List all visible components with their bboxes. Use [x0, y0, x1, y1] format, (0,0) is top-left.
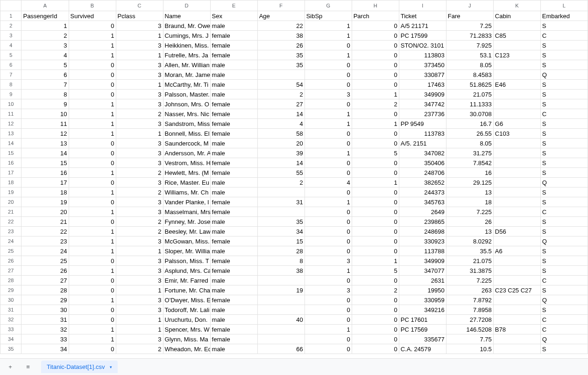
cell[interactable]: 3 [116, 148, 163, 158]
cell[interactable]: 31 [257, 197, 305, 207]
cell[interactable]: 0 [305, 158, 352, 168]
cell[interactable]: 3 [116, 197, 163, 207]
cell[interactable]: 35 [257, 50, 305, 60]
cell[interactable]: A6 [493, 246, 540, 256]
cell[interactable]: 2 [116, 188, 163, 197]
cell[interactable]: female [210, 109, 257, 119]
cell[interactable]: S [540, 246, 588, 256]
cell[interactable]: 27 [257, 99, 305, 109]
cell[interactable]: 248698 [399, 227, 446, 236]
cell[interactable]: 347077 [399, 266, 446, 276]
cell[interactable]: 0 [352, 276, 399, 285]
row-header[interactable]: 9 [0, 90, 21, 99]
cell[interactable]: A/5. 2151 [399, 139, 446, 148]
cell[interactable]: 53.1 [446, 50, 493, 60]
cell[interactable]: Q [540, 334, 588, 344]
cell[interactable]: 0 [305, 70, 352, 80]
cell[interactable]: 58 [257, 129, 305, 139]
cell[interactable]: 1 [69, 246, 116, 256]
cell[interactable]: Fare [446, 11, 493, 21]
cell[interactable]: 8.4583 [446, 70, 493, 80]
cell[interactable]: 0 [352, 305, 399, 315]
cell[interactable]: 0 [305, 168, 352, 178]
row-header[interactable]: 5 [0, 50, 21, 60]
cell[interactable]: 2 [116, 227, 163, 236]
cell[interactable] [493, 276, 540, 285]
cell[interactable]: 40 [257, 315, 305, 325]
cell[interactable]: 0 [69, 217, 116, 227]
cell[interactable]: S [540, 60, 588, 70]
row-header[interactable]: 20 [0, 197, 21, 207]
cell[interactable]: 0 [352, 80, 399, 90]
cell[interactable]: Age [257, 11, 305, 21]
cell[interactable]: 0 [305, 129, 352, 139]
cell[interactable]: 7.8542 [446, 158, 493, 168]
cell[interactable]: 26 [21, 266, 69, 276]
cell[interactable]: 0 [352, 109, 399, 119]
cell[interactable]: female [210, 119, 257, 129]
cell[interactable]: Parch [352, 11, 399, 21]
cell[interactable]: S [540, 227, 588, 236]
cell[interactable]: 15 [257, 236, 305, 246]
cell[interactable]: C.A. 24579 [399, 344, 446, 354]
cell[interactable] [493, 70, 540, 80]
column-header-G[interactable]: G [305, 0, 352, 11]
row-header[interactable]: 31 [0, 305, 21, 315]
cell[interactable]: 29 [21, 295, 69, 305]
cell[interactable]: 31 [21, 315, 69, 325]
cell[interactable]: S [540, 305, 588, 315]
cell[interactable]: S [540, 285, 588, 295]
cell[interactable]: 330877 [399, 70, 446, 80]
cell[interactable]: S [540, 99, 588, 109]
cell[interactable]: S [540, 168, 588, 178]
cell[interactable]: 13 [446, 188, 493, 197]
cell[interactable]: 382652 [399, 178, 446, 188]
cell[interactable]: male [210, 90, 257, 99]
cell[interactable]: female [210, 41, 257, 50]
cell[interactable] [493, 99, 540, 109]
all-sheets-button[interactable]: ≡ [23, 362, 33, 372]
cell[interactable]: female [210, 197, 257, 207]
cell[interactable]: 1 [116, 325, 163, 334]
row-header[interactable]: 17 [0, 168, 21, 178]
row-header[interactable]: 2 [0, 21, 21, 31]
column-header-I[interactable]: I [399, 0, 446, 11]
sheet-menu-icon[interactable]: ▾ [110, 365, 112, 369]
cell[interactable] [493, 139, 540, 148]
cell[interactable]: 7.225 [446, 276, 493, 285]
cell[interactable]: 26 [257, 41, 305, 50]
cell[interactable]: 1 [69, 50, 116, 60]
cell[interactable] [493, 60, 540, 70]
cell[interactable]: 0 [69, 178, 116, 188]
cell[interactable]: 10 [21, 109, 69, 119]
cell[interactable]: 0 [305, 315, 352, 325]
cell[interactable]: McCarthy, Mr. Ti [163, 80, 210, 90]
cell[interactable]: 239865 [399, 217, 446, 227]
cell[interactable]: 0 [305, 188, 352, 197]
cell[interactable]: 13 [21, 139, 69, 148]
cell[interactable]: 2 [257, 90, 305, 99]
column-header-H[interactable]: H [352, 0, 399, 11]
cell[interactable]: C [540, 109, 588, 119]
cell[interactable]: SibSp [305, 11, 352, 21]
cell[interactable]: 0 [69, 197, 116, 207]
cell[interactable]: 0 [352, 295, 399, 305]
cell[interactable]: 248706 [399, 168, 446, 178]
cell[interactable]: male [210, 148, 257, 158]
column-header-J[interactable]: J [446, 0, 493, 11]
cell[interactable]: 1 [69, 99, 116, 109]
cell[interactable] [493, 41, 540, 50]
cell[interactable]: Survived [69, 11, 116, 21]
cell[interactable]: 1 [352, 178, 399, 188]
cell[interactable]: female [210, 256, 257, 266]
row-header[interactable]: 34 [0, 334, 21, 344]
cell[interactable]: Wheadon, Mr. Ed [163, 344, 210, 354]
cell[interactable]: 7.225 [446, 207, 493, 217]
cell[interactable]: 4 [305, 178, 352, 188]
cell[interactable]: 3 [116, 178, 163, 188]
cell[interactable]: male [210, 70, 257, 80]
cell[interactable]: 345763 [399, 197, 446, 207]
cell[interactable]: 34 [21, 344, 69, 354]
cell[interactable]: Uruchurtu, Don. [163, 315, 210, 325]
cell[interactable]: 31.3875 [446, 266, 493, 276]
